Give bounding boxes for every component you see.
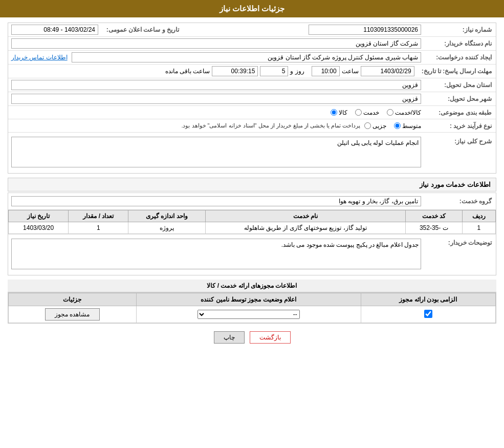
requester-input[interactable]: شهاب شیری مسئول کنترل پروژه شرکت گاز است… <box>72 52 421 62</box>
col-date: تاریخ نیاز <box>9 210 69 222</box>
response-deadline-row: مهلت ارسال پاسخ: تا تاریخ: 1403/02/29 سا… <box>8 65 496 78</box>
permit-col-required: الزامی بودن ارائه مجوز <box>361 293 495 306</box>
services-section: گروه خدمت: تامین برق، گاز، بخار و تهویه … <box>8 193 496 275</box>
process-value-cell: متوسط جزیی پرداخت تمام یا بخشی از مبلغ خ… <box>8 121 424 131</box>
requester-value-cell: شهاب شیری مسئول کنترل پروژه شرکت گاز است… <box>8 51 424 64</box>
bottom-buttons: بازگشت چاپ <box>8 331 496 344</box>
col-row: ردیف <box>462 210 495 222</box>
cell-status: -- <box>136 306 361 323</box>
need-number-value-cell: 1103091335000026 <box>183 23 424 36</box>
buyer-station-input[interactable]: شرکت گاز استان قزوین <box>11 38 421 49</box>
page-title: جزئیات اطلاعات نیاز <box>220 4 284 13</box>
delivery-city-row: شهر محل تحویل: قزوین <box>8 92 496 106</box>
permit-section: الزامی بودن ارائه مجوز اعلام وضعیت مجوز … <box>8 292 496 324</box>
process-mottavasset-label: متوسط <box>402 122 421 130</box>
permit-col-status: اعلام وضعیت مجوز توسط نامین کننده <box>136 293 361 306</box>
category-khadamat[interactable]: خدمت <box>355 109 379 116</box>
need-description-row: شرح کلی نیاز: انجام عملیات لوله یابی پلی… <box>8 133 496 173</box>
col-name: نام خدمت <box>205 210 405 222</box>
need-number-input[interactable]: 1103091335000026 <box>309 25 421 35</box>
buyer-station-value-cell: شرکت گاز استان قزوین <box>8 37 424 50</box>
required-checkbox[interactable] <box>424 310 432 318</box>
delivery-city-value-cell: قزوین <box>8 92 424 105</box>
remaining-label: ساعت باقی مانده <box>165 68 210 75</box>
cell-row: 1 <box>462 222 495 234</box>
category-kala-khadamat[interactable]: کالا/خدمت <box>387 109 421 116</box>
buyer-notes-label: توضیحات خریدار: <box>424 237 496 248</box>
back-button[interactable]: بازگشت <box>250 331 291 344</box>
cell-name: تولید گاز، توزیع سوختهای گازی از طریق شا… <box>205 222 405 234</box>
category-row: طبقه بندی موضوعی: کالا/خدمت خدمت کالا <box>8 106 496 119</box>
need-description-label: شرح کلی نیاز: <box>424 135 496 147</box>
category-kala-khadamat-label: کالا/خدمت <box>395 109 421 116</box>
delivery-city-label: شهر محل تحویل: <box>424 93 496 104</box>
services-table: ردیف کد خدمت نام خدمت واحد اندازه گیری ت… <box>8 210 496 234</box>
public-announce-label: تاریخ و ساعت اعلان عمومی: <box>101 24 183 35</box>
response-days-input[interactable]: 5 <box>260 66 288 76</box>
cell-date: 1403/03/20 <box>9 222 69 234</box>
permit-section-header: اطلاعات مجوزهای ارائه خدمت / کالا <box>8 280 496 292</box>
table-row: -- مشاهده مجوز <box>9 306 496 323</box>
need-number-row: شماره نیاز: 1103091335000026 تاریخ و ساع… <box>8 23 496 37</box>
process-jozi[interactable]: جزیی <box>364 122 386 130</box>
delivery-province-row: استان محل تحویل: قزوین <box>8 78 496 92</box>
need-number-label: شماره نیاز: <box>424 24 496 35</box>
table-row: 1 ت -35-352 تولید گاز، توزیع سوختهای گاز… <box>9 222 496 234</box>
requester-label: ایجاد کننده درخواست: <box>424 52 496 63</box>
services-section-title: اطلاعات خدمات مورد نیاز <box>8 178 496 191</box>
process-label: نوع فرآیند خرید : <box>424 120 496 132</box>
response-date-input[interactable]: 1403/02/29 <box>361 66 414 76</box>
category-label: طبقه بندی موضوعی: <box>424 107 496 118</box>
contact-link[interactable]: اطلاعات تماس خریدار <box>11 54 68 61</box>
view-permit-button[interactable]: مشاهده مجوز <box>45 308 99 321</box>
print-button[interactable]: چاپ <box>214 331 245 344</box>
requester-row: ایجاد کننده درخواست: شهاب شیری مسئول کنت… <box>8 51 496 65</box>
main-info-section: شماره نیاز: 1103091335000026 تاریخ و ساع… <box>8 23 496 174</box>
response-deadline-label: مهلت ارسال پاسخ: تا تاریخ: <box>418 66 496 77</box>
category-kala[interactable]: کالا <box>331 109 347 116</box>
col-qty: تعداد / مقدار <box>69 210 128 222</box>
public-announce-value-cell: 1403/02/24 - 08:49 <box>8 23 101 36</box>
category-value-cell: کالا/خدمت خدمت کالا <box>8 108 424 118</box>
need-description-textarea[interactable]: انجام عملیات لوله یابی پلی اتیلن <box>11 137 421 167</box>
process-note: پرداخت تمام یا بخشی از مبلغ خریدار از مح… <box>181 122 360 129</box>
remaining-time-input[interactable]: 00:39:15 <box>212 66 258 76</box>
process-row: نوع فرآیند خرید : متوسط جزیی پرداخت تمام… <box>8 119 496 133</box>
delivery-province-input[interactable]: قزوین <box>11 80 421 90</box>
col-code: کد خدمت <box>405 210 462 222</box>
process-jozi-label: جزیی <box>372 122 386 130</box>
delivery-province-label: استان محل تحویل: <box>424 79 496 91</box>
cell-qty: 1 <box>69 222 128 234</box>
col-unit: واحد اندازه گیری <box>128 210 205 222</box>
category-khadamat-label: خدمت <box>363 109 379 116</box>
response-time-label: ساعت <box>342 68 359 75</box>
response-days-label: روز و <box>290 68 304 75</box>
response-deadline-value-cell: 1403/02/29 ساعت 10:00 روز و 5 00:39:15 س… <box>8 65 418 78</box>
delivery-city-input[interactable]: قزوین <box>11 94 421 104</box>
buyer-notes-content: جدول اعلام مبالغ در پکیج پیوست شده موجود… <box>8 237 424 272</box>
buyer-notes-textarea[interactable]: جدول اعلام مبالغ در پکیج پیوست شده موجود… <box>11 239 421 269</box>
response-time-input[interactable]: 10:00 <box>312 66 340 76</box>
process-mottavasset[interactable]: متوسط <box>394 122 421 130</box>
cell-code: ت -35-352 <box>405 222 462 234</box>
delivery-province-value-cell: قزوین <box>8 78 424 92</box>
category-kala-label: کالا <box>339 109 347 116</box>
cell-unit: پروژه <box>128 222 205 234</box>
permit-table: الزامی بودن ارائه مجوز اعلام وضعیت مجوز … <box>8 293 496 323</box>
cell-details: مشاهده مجوز <box>9 306 137 323</box>
service-group-label: گروه خدمت: <box>424 196 496 207</box>
service-group-value-cell: تامین برق، گاز، بخار و تهویه هوا <box>8 195 424 208</box>
need-description-value-cell: انجام عملیات لوله یابی پلی اتیلن <box>8 135 424 170</box>
service-group-row: گروه خدمت: تامین برق، گاز، بخار و تهویه … <box>8 193 496 210</box>
cell-required <box>361 306 495 323</box>
permit-col-details: جزئیات <box>9 293 137 306</box>
buyer-notes-section: توضیحات خریدار: جدول اعلام مبالغ در پکیج… <box>8 234 496 275</box>
buyer-station-row: نام دستگاه خریدار: شرکت گاز استان قزوین <box>8 37 496 51</box>
service-group-input[interactable]: تامین برق، گاز، بخار و تهویه هوا <box>11 196 421 206</box>
page-header: جزئیات اطلاعات نیاز <box>0 0 504 17</box>
status-select[interactable]: -- <box>198 310 300 319</box>
buyer-station-label: نام دستگاه خریدار: <box>424 38 496 49</box>
public-announce-input[interactable]: 1403/02/24 - 08:49 <box>11 25 98 35</box>
